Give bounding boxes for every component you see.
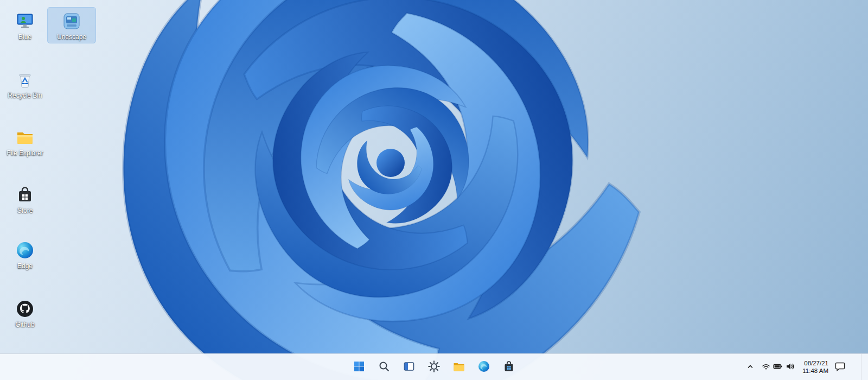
unescape-app-icon xyxy=(61,11,82,31)
show-desktop-button[interactable] xyxy=(861,354,868,380)
chat-bubble-icon xyxy=(835,362,845,373)
taskbar: 08/27/21 11:48 AM xyxy=(0,353,868,380)
desktop-icon-label: Github xyxy=(15,321,34,328)
start-icon xyxy=(353,360,366,375)
search-button[interactable] xyxy=(373,356,395,378)
notifications-button[interactable] xyxy=(833,357,847,377)
github-icon xyxy=(15,299,35,319)
clock-time: 11:48 AM xyxy=(802,367,828,375)
edge-browser-icon xyxy=(15,240,35,261)
desktop-icon-label: Store xyxy=(17,207,33,214)
network-icon xyxy=(762,362,770,372)
file-explorer-folder-icon xyxy=(15,127,35,148)
store-icon xyxy=(502,360,515,375)
task-view-icon xyxy=(403,360,416,375)
blue-monitor-icon xyxy=(15,11,35,31)
settings-button[interactable] xyxy=(423,356,445,378)
file-explorer-button[interactable] xyxy=(448,356,470,378)
file-explorer-icon xyxy=(452,360,465,375)
clock-date: 08/27/21 xyxy=(802,359,828,367)
tray-overflow-button[interactable] xyxy=(743,357,757,377)
desktop-icon-blue[interactable]: Blue xyxy=(1,8,49,43)
wallpaper-bloom xyxy=(0,0,868,380)
desktop-icon-label: Blue xyxy=(18,33,31,41)
store-bag-icon xyxy=(15,185,35,205)
battery-icon xyxy=(773,362,783,372)
taskbar-center-buttons xyxy=(348,354,520,380)
task-view-button[interactable] xyxy=(398,356,420,378)
settings-gear-icon xyxy=(427,360,441,375)
desktop-icon-label: File Explorer xyxy=(7,149,43,157)
desktop-icon-label: Edge xyxy=(17,262,33,270)
clock[interactable]: 08/27/21 11:48 AM xyxy=(799,359,832,375)
store-button[interactable] xyxy=(498,356,520,378)
tray-status-button[interactable] xyxy=(758,357,798,377)
volume-icon xyxy=(786,362,795,372)
desktop-icon-unescape[interactable]: Unescape xyxy=(48,8,95,43)
desktop-icon-edge[interactable]: Edge xyxy=(1,237,49,272)
edge-button[interactable] xyxy=(473,356,495,378)
desktop-icon-label: Recycle Bin xyxy=(8,92,42,99)
desktop-icon-label: Unescape xyxy=(57,33,86,41)
start-button[interactable] xyxy=(348,356,370,378)
system-tray: 08/27/21 11:48 AM xyxy=(743,354,847,380)
desktop-icon-recycle-bin[interactable]: Recycle Bin xyxy=(1,66,49,102)
edge-icon xyxy=(477,360,490,375)
desktop-icon-store[interactable]: Store xyxy=(1,181,49,217)
desktop-icon-file-explorer[interactable]: File Explorer xyxy=(1,124,49,159)
recycle-bin-icon xyxy=(15,69,35,90)
desktop-icon-github[interactable]: Github xyxy=(1,295,49,331)
desktop: Blue Unescape Re xyxy=(0,0,868,380)
search-icon xyxy=(378,360,391,375)
chevron-up-icon xyxy=(746,363,754,372)
